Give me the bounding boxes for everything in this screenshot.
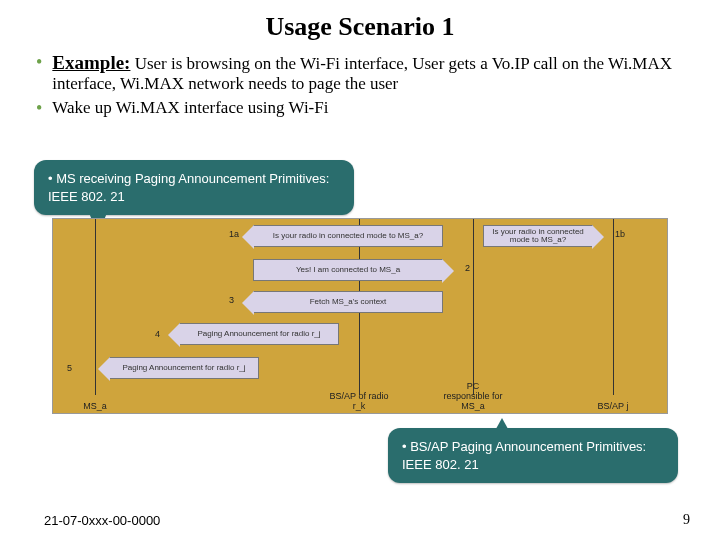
- bullet-text: Example: User is browsing on the Wi-Fi i…: [52, 52, 692, 94]
- bullet-example: • Example: User is browsing on the Wi-Fi…: [36, 52, 692, 94]
- arrow: Fetch MS_a's context: [253, 291, 443, 313]
- footer-docnum: 21-07-0xxx-00-0000: [44, 513, 160, 528]
- callout-bsap: • BS/AP Paging Announcement Primitives: …: [388, 428, 678, 483]
- step-num: 3: [229, 295, 234, 305]
- bullet-list: • Example: User is browsing on the Wi-Fi…: [0, 42, 720, 118]
- arrow: Yes! I am connected to MS_a: [253, 259, 443, 281]
- bullet-wake: • Wake up Wi.MAX interface using Wi-Fi: [36, 98, 692, 118]
- step-num: 1b: [615, 229, 625, 239]
- example-label: Example:: [52, 52, 130, 73]
- sequence-diagram: MS_a BS/AP of radio r_k PC responsible f…: [52, 218, 668, 414]
- step-num: 5: [67, 363, 72, 373]
- node-label: BS/AP of radio r_k: [329, 391, 389, 411]
- node-label: BS/AP j: [583, 401, 643, 411]
- arrow: Is your radio in connected mode to MS_a?: [253, 225, 443, 247]
- arrow: Paging Announcement for radio r_j: [109, 357, 259, 379]
- example-body: User is browsing on the Wi-Fi interface,…: [52, 54, 672, 93]
- slide-title: Usage Scenario 1: [0, 0, 720, 42]
- bullet-text: Wake up Wi.MAX interface using Wi-Fi: [52, 98, 692, 118]
- lifeline: [473, 219, 474, 395]
- footer-pagenum: 9: [683, 512, 690, 528]
- step-num: 1a: [229, 229, 239, 239]
- node-label: MS_a: [65, 401, 125, 411]
- arrow: Is your radio in connected mode to MS_a?: [483, 225, 593, 247]
- step-num: 2: [465, 263, 470, 273]
- slide: Usage Scenario 1 • Example: User is brow…: [0, 0, 720, 540]
- arrow: Paging Announcement for radio r_j: [179, 323, 339, 345]
- bullet-marker: •: [36, 52, 52, 94]
- step-num: 4: [155, 329, 160, 339]
- lifeline: [613, 219, 614, 395]
- bullet-marker: •: [36, 98, 52, 118]
- node-label: PC responsible for MS_a: [443, 381, 503, 411]
- lifeline: [95, 219, 96, 395]
- callout-ms: • MS receiving Paging Announcement Primi…: [34, 160, 354, 215]
